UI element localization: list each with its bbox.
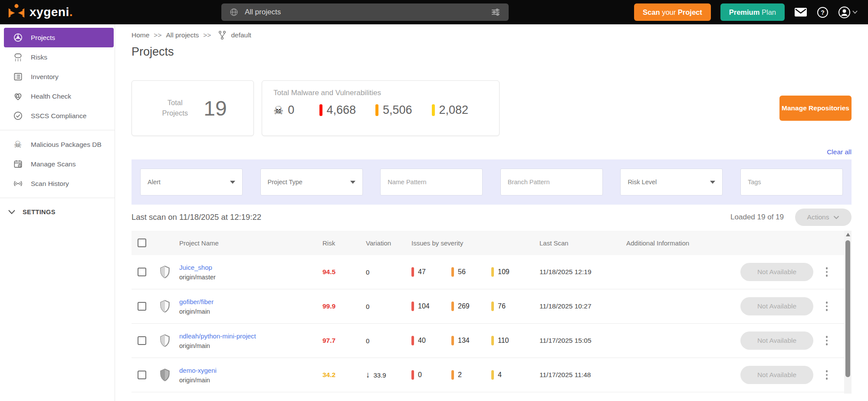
shield-icon bbox=[159, 265, 179, 278]
breadcrumb-branch[interactable]: default bbox=[231, 31, 251, 39]
sidebar-item-malicious-packages-db[interactable]: ☠ Malicious Packages DB bbox=[4, 135, 114, 154]
project-link[interactable]: Juice_shop bbox=[179, 264, 322, 271]
projects-table: Project Name Risk Variation Issues by se… bbox=[132, 231, 852, 394]
row-menu-kebab-icon[interactable] bbox=[822, 336, 831, 345]
shield-icon bbox=[159, 368, 179, 381]
name-pattern-input[interactable] bbox=[388, 179, 475, 186]
xygeni-logo[interactable]: xygeni. bbox=[7, 3, 73, 21]
alert-filter-select[interactable]: Alert bbox=[140, 169, 243, 196]
table-row: ndleah/python-mini-project origin/main 9… bbox=[132, 324, 852, 358]
sidebar-item-label: Scan History bbox=[31, 180, 69, 188]
check-circle-icon bbox=[13, 111, 23, 121]
last-scan-date: 11/18/2025 10:27 bbox=[539, 302, 626, 310]
select-all-checkbox[interactable] bbox=[138, 239, 146, 247]
sidebar-item-sscs-compliance[interactable]: SSCS Compliance bbox=[4, 106, 114, 126]
sidebar-item-health-check[interactable]: Health Check bbox=[4, 86, 114, 106]
sidebar-item-label: SSCS Compliance bbox=[31, 112, 86, 120]
breadcrumb-all-projects[interactable]: All projects bbox=[166, 31, 199, 39]
row-menu-kebab-icon[interactable] bbox=[822, 370, 831, 380]
row-menu-kebab-icon[interactable] bbox=[822, 267, 831, 277]
help-icon: ? bbox=[817, 7, 829, 18]
shield-icon bbox=[159, 334, 179, 347]
sidebar-item-inventory[interactable]: Inventory bbox=[4, 67, 114, 86]
account-menu-button[interactable] bbox=[838, 6, 858, 19]
loaded-count-text: Loaded 19 of 19 bbox=[730, 213, 784, 222]
medium-severity-bar bbox=[432, 104, 435, 116]
project-link[interactable]: demo-xygeni bbox=[179, 367, 322, 374]
variation-value: 0 bbox=[366, 337, 411, 345]
project-selector-value: All projects bbox=[245, 8, 484, 17]
row-checkbox[interactable] bbox=[138, 336, 146, 345]
row-checkbox[interactable] bbox=[138, 302, 146, 311]
clear-all-link[interactable]: Clear all bbox=[827, 148, 852, 156]
project-link[interactable]: gofiber/fiber bbox=[179, 298, 322, 305]
name-pattern-filter bbox=[380, 169, 483, 196]
scrollbar-thumb[interactable] bbox=[845, 240, 850, 377]
sidebar-item-label: Projects bbox=[31, 34, 55, 42]
main-content: Home >> All projects >> default Projects… bbox=[115, 24, 868, 401]
brand-name: xygeni. bbox=[30, 5, 73, 19]
row-menu-kebab-icon[interactable] bbox=[822, 302, 831, 311]
sidebar: Projects Risks Inventory bbox=[0, 24, 115, 401]
variation-value: 0 bbox=[366, 303, 411, 310]
scan-your-project-button[interactable]: Scan your Project bbox=[634, 3, 711, 21]
row-checkbox[interactable] bbox=[138, 371, 146, 379]
project-type-filter-select[interactable]: Project Type bbox=[260, 169, 363, 196]
medium-severity-bar bbox=[491, 302, 494, 311]
skull-icon: ☠ bbox=[273, 105, 283, 116]
breadcrumb-home[interactable]: Home bbox=[132, 31, 149, 39]
not-available-button[interactable]: Not Available bbox=[740, 366, 813, 384]
tune-filter-icon[interactable] bbox=[490, 7, 501, 17]
dropdown-arrow-icon bbox=[230, 181, 235, 184]
row-checkbox[interactable] bbox=[138, 268, 146, 276]
topbar: xygeni. All projects Scan your Project P… bbox=[0, 0, 868, 24]
last-scan-date: 11/17/2025 11:48 bbox=[539, 371, 626, 379]
dropdown-arrow-icon bbox=[710, 181, 715, 184]
mail-icon bbox=[794, 7, 807, 17]
malware-card-title: Total Malware and Vulnerabilities bbox=[273, 89, 488, 97]
tags-input[interactable] bbox=[748, 179, 835, 186]
manage-repositories-button[interactable]: Manage Repositories bbox=[779, 96, 852, 121]
scrollbar-up-arrow[interactable] bbox=[846, 233, 850, 236]
breadcrumb-separator: >> bbox=[203, 31, 211, 39]
not-available-button[interactable]: Not Available bbox=[740, 331, 813, 350]
not-available-button[interactable]: Not Available bbox=[740, 297, 813, 315]
premium-plan-button[interactable]: Premium Plan bbox=[720, 3, 785, 21]
sidebar-item-manage-scans[interactable]: Manage Scans bbox=[4, 154, 114, 174]
project-link[interactable]: ndleah/python-mini-project bbox=[179, 332, 322, 340]
risks-icon bbox=[13, 52, 23, 62]
risk-level-filter-select[interactable]: Risk Level bbox=[620, 169, 723, 196]
sidebar-item-risks[interactable]: Risks bbox=[4, 47, 114, 67]
medium-severity-bar bbox=[491, 370, 494, 380]
table-row: Juice_shop origin/master 94.5 0 47 56 10… bbox=[132, 255, 852, 289]
issues-by-severity: 0 2 4 bbox=[411, 370, 539, 380]
mail-button[interactable] bbox=[794, 7, 807, 17]
column-header-variation: Variation bbox=[366, 239, 411, 247]
medium-count-value: 2,082 bbox=[439, 103, 469, 117]
critical-severity-bar bbox=[411, 336, 414, 345]
branch-pattern-filter bbox=[500, 169, 603, 196]
risk-score: 99.9 bbox=[322, 302, 366, 310]
sidebar-item-projects[interactable]: Projects bbox=[4, 28, 114, 47]
sidebar-item-label: Risks bbox=[31, 53, 47, 61]
malware-count-value: 0 bbox=[288, 103, 294, 117]
project-selector[interactable]: All projects bbox=[221, 3, 509, 21]
sidebar-settings-toggle[interactable]: SETTINGS bbox=[0, 202, 115, 215]
table-row: demo-xygeni origin/main 34.2 ↓ 33.9 0 2 … bbox=[132, 358, 852, 392]
issues-by-severity: 104 269 76 bbox=[411, 302, 539, 311]
sidebar-item-scan-history[interactable]: Scan History bbox=[4, 174, 114, 193]
high-severity-bar bbox=[451, 267, 454, 277]
last-scan-date: 11/18/2025 12:19 bbox=[539, 268, 626, 276]
actions-button[interactable]: Actions bbox=[795, 209, 852, 226]
not-available-button[interactable]: Not Available bbox=[740, 263, 813, 281]
project-branch: origin/master bbox=[179, 274, 322, 281]
help-button[interactable]: ? bbox=[817, 7, 829, 18]
total-projects-card: Total Projects 19 bbox=[132, 80, 254, 136]
sidebar-item-label: Inventory bbox=[31, 73, 59, 81]
branch-pattern-input[interactable] bbox=[508, 179, 595, 186]
caret-down-icon bbox=[852, 10, 858, 14]
issues-by-severity: 40 134 110 bbox=[411, 336, 539, 345]
column-header-issues: Issues by severity bbox=[411, 239, 539, 247]
tags-filter bbox=[740, 169, 843, 196]
critical-count-stat: 4,668 bbox=[319, 103, 376, 117]
